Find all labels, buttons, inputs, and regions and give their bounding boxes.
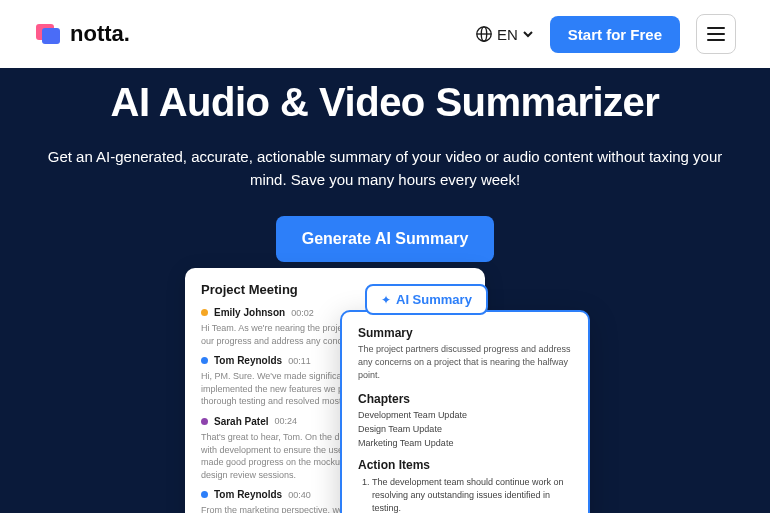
sparkle-icon: ✦ <box>381 293 391 307</box>
speaker-dot <box>201 309 208 316</box>
speaker-dot <box>201 357 208 364</box>
chevron-down-icon <box>522 28 534 40</box>
speaker-name: Tom Reynolds <box>214 355 282 366</box>
chapter-item: Marketing Team Update <box>358 438 572 448</box>
hero-title: AI Audio & Video Summarizer <box>0 80 770 125</box>
hero-subtitle: Get an AI-generated, accurate, actionabl… <box>35 145 735 192</box>
actions-heading: Action Items <box>358 458 572 472</box>
speaker-name: Sarah Patel <box>214 416 268 427</box>
hero-section: AI Audio & Video Summarizer Get an AI-ge… <box>0 68 770 513</box>
action-item: The development team should continue wor… <box>372 476 572 513</box>
speaker-time: 00:11 <box>288 356 311 366</box>
logo[interactable]: notta. <box>34 20 130 48</box>
summary-text: The project partners discussed progress … <box>358 343 572 382</box>
header-bar: notta. EN Start for Free <box>0 0 770 68</box>
mockup-illustration: Project Meeting Emily Johnson00:02Hi Tea… <box>185 268 585 513</box>
globe-icon <box>475 25 493 43</box>
speaker-dot <box>201 491 208 498</box>
generate-summary-button[interactable]: Generate AI Summary <box>276 216 495 262</box>
svg-rect-1 <box>42 28 60 44</box>
badge-label: AI Summary <box>396 292 472 307</box>
logo-icon <box>34 20 62 48</box>
speaker-name: Emily Johnson <box>214 307 285 318</box>
language-selector[interactable]: EN <box>475 25 534 43</box>
chapter-item: Development Team Update <box>358 410 572 420</box>
header-actions: EN Start for Free <box>475 14 736 54</box>
speaker-dot <box>201 418 208 425</box>
hamburger-icon <box>707 27 725 41</box>
ai-summary-badge: ✦ AI Summary <box>365 284 488 315</box>
speaker-name: Tom Reynolds <box>214 489 282 500</box>
speaker-time: 00:40 <box>288 490 311 500</box>
speaker-time: 00:24 <box>274 416 297 426</box>
logo-text: notta. <box>70 21 130 47</box>
summary-card: Summary The project partners discussed p… <box>340 310 590 513</box>
start-free-button[interactable]: Start for Free <box>550 16 680 53</box>
speaker-time: 00:02 <box>291 308 314 318</box>
menu-button[interactable] <box>696 14 736 54</box>
language-label: EN <box>497 26 518 43</box>
chapters-heading: Chapters <box>358 392 572 406</box>
summary-heading: Summary <box>358 326 572 340</box>
chapter-item: Design Team Update <box>358 424 572 434</box>
